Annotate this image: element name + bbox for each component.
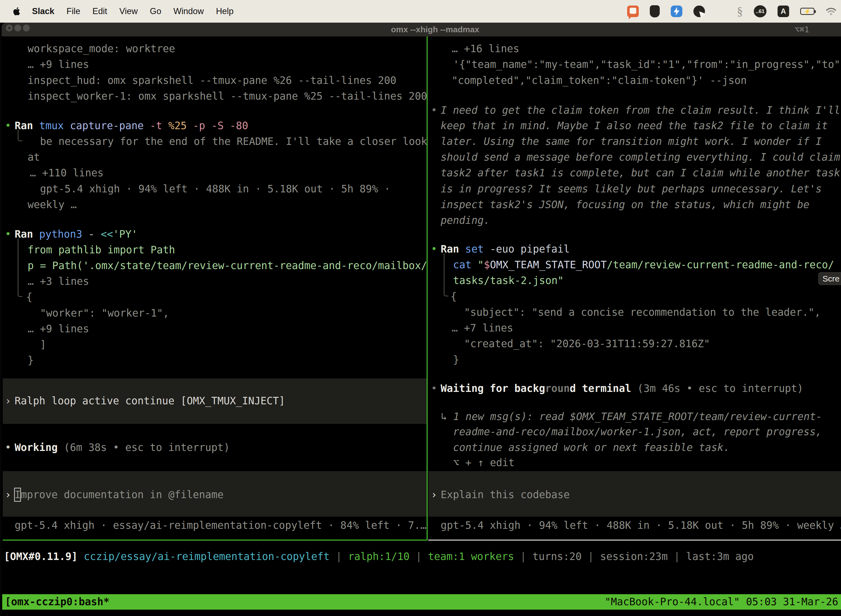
active-pane-border [3, 540, 426, 541]
thinking-line: inspect task2's JSON, focusing on the st… [441, 197, 810, 213]
window-shortcut-badge: ⌥⌘1 [795, 23, 809, 37]
menu-bar: Slack File Edit View Go Window Help § ..… [0, 0, 841, 23]
menu-item-window[interactable]: Window [173, 6, 204, 16]
ran-tmux-command: Ran tmux capture-pane -t %25 -p -S -80 [15, 118, 248, 133]
thinking-line: is in progress? It seems likely but perh… [441, 181, 822, 197]
terminal-line: inspect_worker-1: omx sparkshell --tmux-… [28, 88, 426, 104]
prompt-input[interactable]: Improve documentation in @filename [15, 487, 224, 503]
menu-item-slack[interactable]: Slack [32, 6, 54, 16]
pane-divider[interactable] [426, 37, 428, 540]
prompt-chevron-icon: › [5, 487, 11, 503]
terminal-line: … +9 lines [28, 57, 89, 72]
chat-app-icon[interactable] [627, 6, 639, 17]
zoom-button[interactable] [23, 25, 30, 31]
close-button[interactable] [6, 25, 13, 31]
working-status: Working (6m 38s • esc to interrupt) [15, 440, 230, 455]
tmux-session-tab[interactable]: [omx-cczip0:bash* [5, 594, 110, 610]
terminal-line: p = Path('.omx/state/team/review-current… [28, 258, 426, 273]
terminal-line: … +3 lines [28, 273, 89, 289]
battery-icon[interactable]: ⚡ [800, 8, 815, 15]
terminal-line: "created_at": "2026-03-31T11:59:27.816Z" [464, 336, 710, 352]
menu-bar-status-icons: § ..61 A ⚡ [627, 5, 837, 18]
dots-grid-icon[interactable] [716, 6, 726, 16]
thinking-line: I need to get the claim token from the c… [441, 103, 840, 118]
prompt-chevron-icon: › [431, 487, 437, 503]
wifi-icon[interactable] [826, 7, 837, 16]
terminal-line: … +16 lines [452, 41, 519, 57]
tree-connector [18, 239, 22, 297]
cat-command-continued: tasks/task-2.json" [453, 273, 564, 288]
waiting-status: Waiting for background terminal (3m 46s … [441, 381, 803, 396]
terminal-line: … +110 lines [30, 165, 104, 181]
mailbox-note-line: continue assigned work or next feasible … [453, 440, 730, 455]
blue-bolt-icon[interactable] [671, 6, 682, 17]
tree-connector [444, 254, 448, 296]
tree-connector [18, 130, 22, 141]
terminal-line: "completed","claim_token":"claim-token"}… [452, 73, 747, 88]
terminal-line: '{"team_name":"my-team","task_id":"1","f… [453, 57, 841, 72]
terminal-line: … +7 lines [452, 320, 513, 336]
model-status-line: gpt-5.4 xhigh · 94% left · 488K in · 5.1… [441, 518, 841, 533]
terminal-line: from pathlib import Path [28, 242, 175, 258]
model-status-line: gpt-5.4 xhigh · essay/ai-reimplementatio… [15, 518, 426, 533]
thinking-line: task2 after task1 is complete, but can I… [441, 165, 840, 181]
thinking-line: should send a message before completing … [441, 149, 840, 165]
menu-item-file[interactable]: File [66, 6, 80, 16]
terminal-line: weekly … [28, 197, 77, 213]
window-title-bar: omx --xhigh --madmax ⌥⌘1 [1, 23, 841, 37]
terminal-line: at [28, 149, 40, 165]
menu-item-view[interactable]: View [119, 6, 138, 16]
terminal-line: be necessary for the end of the README. … [40, 133, 426, 149]
section-symbol-icon[interactable]: § [737, 6, 743, 17]
terminal-line: gpt-5.4 xhigh · 94% left · 488K in · 5.1… [40, 181, 390, 197]
terminal-line: { [451, 289, 457, 304]
shield-grid-icon[interactable] [650, 5, 660, 18]
menu-item-go[interactable]: Go [150, 6, 161, 16]
window-title: omx --xhigh --madmax [29, 23, 841, 37]
minimize-button[interactable] [14, 25, 21, 31]
terminal-line: workspace_mode: worktree [28, 41, 175, 57]
pane-hud: workspace_mode: worktree … +9 lines insp… [0, 37, 426, 540]
thinking-line: later. Using the same for transition mig… [441, 133, 822, 149]
terminal-line: "subject": "send a concise recommendatio… [464, 304, 820, 320]
mailbox-note: ↳ 1 new msg(s): read $OMX_TEAM_STATE_ROO… [441, 409, 822, 424]
terminal-line: inspect_hud: omx sparkshell --tmux-pane … [28, 73, 397, 88]
edit-hint: ⌥ + ↑ edit [453, 455, 514, 471]
terminal-line: } [28, 352, 34, 368]
pane-worker: … +16 lines '{"team_name":"my-team","tas… [428, 37, 841, 540]
ran-python-command: Ran python3 - <<'PY' [15, 226, 138, 242]
inactive-pane-border [428, 540, 841, 541]
terminal-line: "worker": "worker-1", [40, 305, 169, 321]
run-bullet-icon: • [431, 241, 437, 257]
run-bullet-icon: • [5, 226, 11, 242]
charging-bolt-icon: ⚡ [804, 8, 811, 15]
pie-chart-icon[interactable] [693, 6, 705, 17]
tmux-status-bar: [omx-cczip0:bash* "MacBook-Pro-44.local"… [2, 594, 841, 610]
waiting-bullet-icon: • [431, 381, 437, 396]
cat-command: cat "$OMX_TEAM_STATE_ROOT/team/review-cu… [453, 257, 834, 273]
terminal-line: ] [40, 337, 46, 352]
chevron-icon: › [5, 393, 11, 409]
terminal-line: } [453, 352, 459, 368]
tmux-host-clock: "MacBook-Pro-44.local" 05:03 31-Mar-26 [605, 594, 838, 610]
menu-item-edit[interactable]: Edit [92, 6, 107, 16]
prompt-suggestion[interactable]: Explain this codebase [441, 487, 570, 503]
terminal-line: { [26, 289, 32, 305]
text-cursor [14, 488, 21, 502]
screen-tooltip: Scre [818, 272, 841, 285]
menu-item-help[interactable]: Help [216, 6, 234, 16]
apple-menu-icon[interactable] [12, 6, 22, 17]
mailbox-note-line: readme-and-reco/mailbox/worker-1.json, a… [453, 424, 822, 440]
keyboard-layout-icon[interactable]: A [778, 6, 789, 17]
run-bullet-icon: • [5, 118, 11, 133]
thinking-bullet-icon: • [431, 103, 437, 118]
thinking-line: pending. [441, 213, 490, 228]
terminal-line: … +9 lines [28, 321, 89, 337]
ran-set-command: Ran set -euo pipefail [441, 241, 570, 257]
working-bullet-icon: • [5, 440, 11, 455]
screen-time-badge-icon[interactable]: ..61 [754, 5, 766, 18]
ralph-loop-banner: Ralph loop active continue [OMX_TMUX_INJ… [15, 393, 285, 409]
omx-status-line: [OMX#0.11.9] cczip/essay/ai-reimplementa… [4, 549, 754, 565]
thinking-line: keep that in mind. Maybe I also need the… [441, 118, 828, 133]
